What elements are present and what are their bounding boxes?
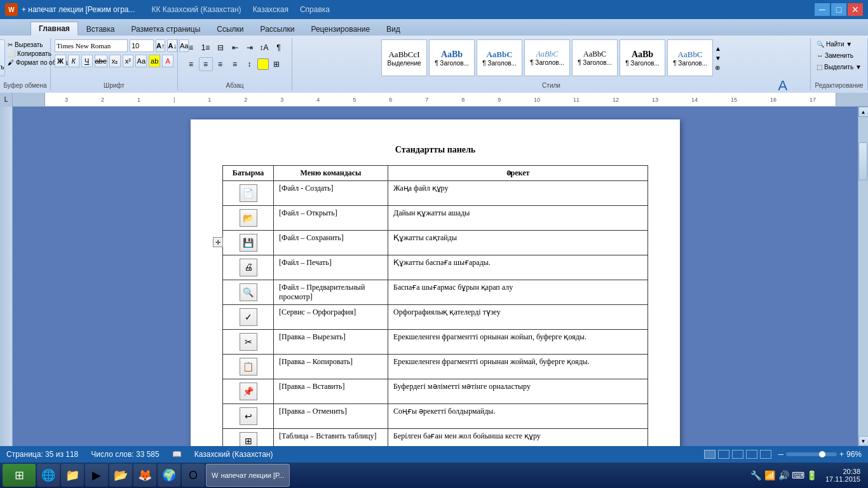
tab-layout[interactable]: Разметка страницы (123, 22, 208, 36)
main-area: ✛ Стандартты панель Батырма Меню команда… (0, 107, 868, 446)
font-color-button[interactable]: A (162, 55, 173, 67)
clock-time: 20:38 (825, 468, 860, 475)
styles-group: AaBbCcI Выделение AaBb ¶ Заголов... AaBb… (292, 38, 811, 90)
tray-icon-3[interactable]: 🔊 (778, 470, 790, 481)
tray-icon-2[interactable]: 📶 (764, 470, 776, 481)
print-layout-button[interactable] (704, 450, 715, 459)
list-bullets-button[interactable]: ≡ (184, 41, 198, 55)
select-button[interactable]: ⬚ Выделить ▼ (815, 62, 863, 72)
align-left-button[interactable]: ≡ (184, 57, 198, 71)
style-item-h2[interactable]: AaBbC ¶ Заголов... (477, 39, 522, 76)
outline-button[interactable] (746, 450, 757, 459)
taskbar-earth-button[interactable]: 🌍 (158, 464, 180, 487)
table-move-handle[interactable]: ✛ (213, 237, 223, 247)
increase-font-button[interactable]: A↑ (156, 39, 165, 52)
decrease-font-button[interactable]: A↓ (167, 39, 177, 52)
highlight-button[interactable]: ab (149, 55, 160, 67)
tab-home[interactable]: Главная (31, 22, 78, 36)
style-item-h6[interactable]: AaBbC ¶ Заголов... (667, 39, 713, 76)
close-button[interactable]: ✕ (848, 3, 863, 16)
draft-button[interactable] (760, 450, 771, 459)
show-formatting-button[interactable]: ¶ (272, 41, 286, 55)
sort-button[interactable]: ↕A (257, 41, 271, 55)
icon-cell: ⊞ (228, 431, 268, 446)
table-cell-action: Дайын құжатты ашады (388, 206, 648, 231)
table-cell-button: ✓ (223, 305, 274, 330)
zoom-bar[interactable] (786, 452, 837, 456)
taskbar-folder-button[interactable]: 📁 (61, 464, 84, 487)
justify-button[interactable]: ≡ (228, 57, 242, 71)
subscript-button[interactable]: x₂ (109, 55, 121, 67)
styles-more-button[interactable]: ⊕ (715, 64, 721, 71)
find-button[interactable]: 🔍 Найти ▼ (815, 39, 863, 49)
web-layout-button[interactable] (732, 450, 743, 459)
styles-down-button[interactable]: ▼ (715, 55, 721, 62)
tray-icon-1[interactable]: 🔧 (750, 470, 762, 481)
view-buttons (704, 450, 771, 459)
maximize-button[interactable]: □ (831, 3, 846, 16)
tab-review[interactable]: Рецензирование (302, 22, 378, 36)
icon-cell: 📄 (228, 184, 268, 203)
align-center-button[interactable]: ≡ (199, 57, 213, 71)
list-numbered-button[interactable]: 1≡ (199, 41, 213, 55)
styles-up-button[interactable]: ▲ (715, 45, 721, 52)
heading-text: Стандартты панель (395, 145, 476, 154)
tab-references[interactable]: Ссылки (208, 22, 252, 36)
borders-button[interactable]: ⊞ (269, 57, 283, 71)
change-case-button[interactable]: Аа (135, 55, 147, 67)
taskbar-opera-button[interactable]: O (182, 464, 205, 487)
style-item-h1[interactable]: AaBb ¶ Заголов... (429, 39, 475, 76)
zoom-thumb (819, 451, 825, 458)
align-right-button[interactable]: ≡ (214, 57, 227, 71)
taskbar-word-app[interactable]: W напечат лекции [Р... (206, 464, 290, 487)
start-button[interactable]: ⊞ (3, 464, 36, 487)
scroll-track[interactable] (858, 117, 868, 436)
increase-indent-button[interactable]: ⇥ (243, 41, 257, 55)
ruler-corner[interactable]: L (0, 93, 13, 107)
style-item-normal[interactable]: AaBbCcI Выделение (381, 39, 427, 76)
tab-view[interactable]: Вид (378, 22, 409, 36)
taskbar-firefox-button[interactable]: 🦊 (133, 464, 156, 487)
tab-insert[interactable]: Вставка (78, 22, 123, 36)
tray-icon-4[interactable]: ⌨ (792, 470, 804, 481)
taskbar-media-button[interactable]: ▶ (85, 464, 108, 487)
superscript-button[interactable]: x² (123, 55, 134, 67)
table-cell-button: ↩ (223, 404, 274, 429)
scroll-up-button[interactable]: ▲ (858, 107, 869, 117)
italic-button[interactable]: К (68, 55, 79, 67)
statusbar: Страница: 35 из 118 Число слов: 33 585 📖… (0, 446, 868, 463)
font-name-input[interactable]: Times New Roman (55, 39, 128, 52)
style-preview: AaBb (632, 50, 653, 60)
underline-button[interactable]: Ч (81, 55, 93, 67)
multilevel-list-button[interactable]: ⊟ (214, 41, 227, 55)
style-item-h5[interactable]: AaBb ¶ Заголов... (620, 39, 665, 76)
tray-icon-5[interactable]: 🔋 (806, 470, 818, 481)
taskbar-ie-button[interactable]: 🌐 (37, 464, 60, 487)
document-page: ✛ Стандартты панель Батырма Меню команда… (191, 119, 680, 446)
style-item-h3[interactable]: AaBbC ¶ Заголов... (524, 39, 570, 76)
zoom-in-button[interactable]: + (839, 450, 844, 459)
full-screen-button[interactable] (718, 450, 729, 459)
minimize-button[interactable]: ─ (815, 3, 830, 16)
decrease-indent-button[interactable]: ⇤ (228, 41, 242, 55)
table-cell-menu: [Правка – Вырезать] (274, 330, 388, 355)
tab-mailings[interactable]: Рассылки (252, 22, 303, 36)
vertical-scrollbar[interactable]: ▲ ▼ (858, 107, 868, 446)
shading-button[interactable] (257, 58, 269, 70)
line-spacing-button[interactable]: ↕ (243, 57, 257, 71)
bold-button[interactable]: Ж (55, 55, 66, 67)
document-area[interactable]: ✛ Стандартты панель Батырма Меню команда… (13, 107, 858, 446)
table-row: 📄[Файл - Создать]Жаңа файл құру (223, 181, 648, 206)
paste-button[interactable]: 📋 Вставить (0, 39, 5, 76)
zoom-out-button[interactable]: ─ (778, 450, 783, 459)
table-cell-menu: [Сервис – Орфография] (274, 305, 388, 330)
table-cell-action: Ерекшеленген фрагментті орнынан жоймай, … (388, 355, 648, 379)
scroll-down-button[interactable]: ▼ (858, 436, 869, 446)
ribbon-content: 📋 Вставить ✂ Вырезать ⬜ Копировать 🖌 Фор… (0, 36, 868, 93)
style-item-h4[interactable]: AaBbC ¶ Заголов... (572, 39, 618, 76)
scroll-thumb[interactable] (858, 142, 867, 180)
taskbar-files-button[interactable]: 📂 (109, 464, 132, 487)
font-size-input[interactable]: 10 (130, 39, 154, 52)
strikethrough-button[interactable]: abe (95, 55, 107, 67)
replace-button[interactable]: ↔ Заменить (815, 51, 863, 60)
